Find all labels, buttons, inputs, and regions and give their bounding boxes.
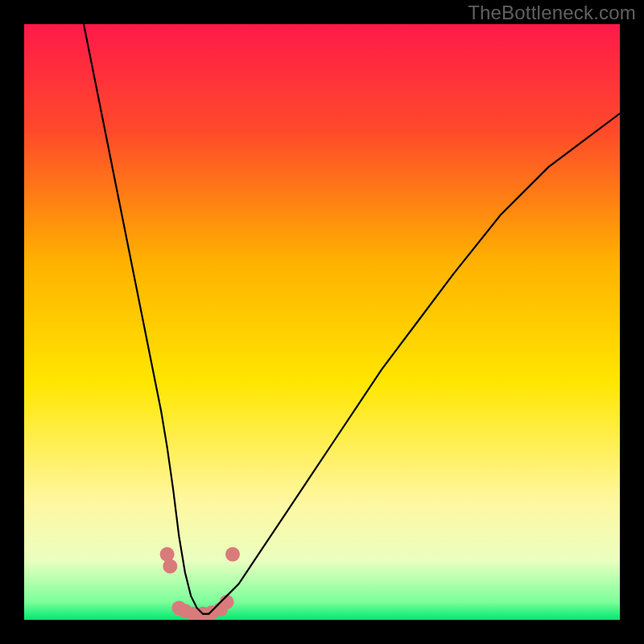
curve-layer [24,24,620,620]
bottleneck-curve [84,24,620,614]
marker-dot [225,547,240,562]
marker-dot [163,559,177,573]
marker-dots [160,547,240,620]
plot-area [24,24,620,620]
chart-frame: TheBottleneck.com [0,0,644,644]
watermark-text: TheBottleneck.com [468,2,636,24]
